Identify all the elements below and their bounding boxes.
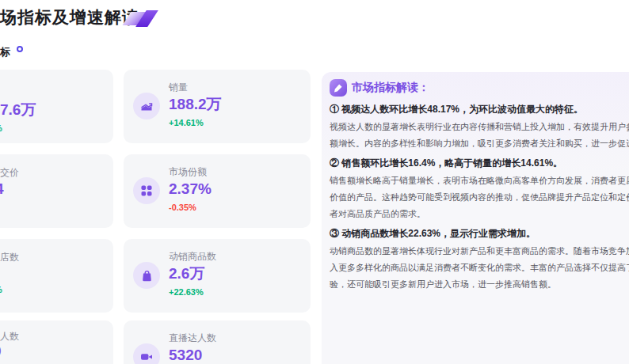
metric-label: 销量 <box>169 82 222 93</box>
insight-heading: ② 销售额环比增长16.4%，略高于销量的增长14.61%。 <box>330 155 629 171</box>
trend-chart-icon <box>133 93 160 119</box>
insight-text: 额增长。内容的多样性和影响力增加，吸引更多消费者关注和购买，进一步促进 <box>330 135 629 152</box>
metric-value: 7.6万 <box>0 100 36 120</box>
metric-value: 2.37% <box>169 179 212 199</box>
metric-label: 交价 <box>0 166 19 180</box>
pen-icon <box>330 79 347 97</box>
metric-value: 188.2万 <box>169 94 222 115</box>
insight-section: ① 视频达人数环比增长48.17%，为环比波动值最大的特征。 视频达人数的显著增… <box>330 101 629 152</box>
metric-value: 5320 <box>169 345 216 364</box>
metric-card[interactable]: 市场份额 2.37% -0.35% <box>124 154 311 228</box>
metric-card[interactable]: 交价 4 <box>0 154 113 228</box>
metric-card[interactable]: 人数 0 <box>0 320 113 364</box>
metric-label: 人数 <box>0 330 19 343</box>
insight-heading: ③ 动销商品数增长22.63%，显示行业需求增加。 <box>330 226 629 241</box>
page-title: 场指标及增速解读 <box>0 6 139 28</box>
insight-text: 动销商品数的显著增长体现行业对新产品和更丰富商品的需求。随着市场竞争加 <box>330 243 629 260</box>
grid-icon <box>133 177 160 204</box>
metric-value: 4 <box>0 180 4 198</box>
insight-text: 验，还可能吸引更多新用户进入市场，进一步推高销售额。 <box>330 276 629 293</box>
metric-value: 2.6万 <box>169 264 216 284</box>
insight-text: 价值的产品。这种趋势可能受到视频内容的推动，促使品牌提升产品定位和定价 <box>330 189 629 206</box>
metric-label: 动销商品数 <box>169 251 216 262</box>
metric-value: 0 <box>0 343 2 360</box>
insight-panel-title: 市场指标解读： <box>352 81 429 95</box>
metric-change: +14.61% <box>169 117 222 128</box>
section-label: 标 <box>0 46 10 58</box>
insight-text: 者对高品质产品的需求。 <box>330 206 629 222</box>
metric-change: % <box>0 123 2 133</box>
metric-card[interactable]: 店数 % <box>0 239 113 313</box>
video-camera-icon <box>133 343 160 364</box>
market-indicators-page: 场指标及增速解读 标 7.6万 % 交价 4 店数 % 人数 0 销量 188.… <box>0 0 629 364</box>
insight-text: 视频达人数的显著增长表明行业在内容传播和营销上投入增加，有效提升用户参 <box>330 119 629 135</box>
metric-change: +22.63% <box>169 286 216 298</box>
insight-heading: ① 视频达人数环比增长48.17%，为环比波动值最大的特征。 <box>330 101 629 117</box>
shopping-bag-icon <box>133 262 160 289</box>
metric-change: -0.35% <box>169 202 212 213</box>
metric-label: 店数 <box>0 251 19 264</box>
insight-section: ③ 动销商品数增长22.63%，显示行业需求增加。 动销商品数的显著增长体现行业… <box>330 226 629 293</box>
help-icon[interactable] <box>17 46 23 52</box>
insight-text: 销售额增长略高于销量增长，表明市场在略微向高客单价方向发展，消费者更愿 <box>330 173 629 189</box>
metric-card[interactable]: 销量 188.2万 +14.61% <box>124 70 311 143</box>
insight-panel: 市场指标解读： ① 视频达人数环比增长48.17%，为环比波动值最大的特征。 视… <box>322 72 629 364</box>
metric-card[interactable]: 动销商品数 2.6万 +22.63% <box>124 239 311 313</box>
metric-label: 市场份额 <box>169 166 212 177</box>
insight-section: ② 销售额环比增长16.4%，略高于销量的增长14.61%。 销售额增长略高于销… <box>330 155 629 222</box>
metric-label: 直播达人数 <box>169 332 216 343</box>
metric-card[interactable]: 直播达人数 5320 <box>124 320 311 364</box>
section-header: 标 <box>0 44 10 59</box>
insight-panel-header: 市场指标解读： <box>330 79 629 97</box>
metric-change: % <box>0 285 2 294</box>
metric-card[interactable]: 7.6万 % <box>0 70 113 143</box>
insight-text: 入更多多样化的商品以满足消费者不断变化的需求。丰富的产品选择不仅提高了 <box>330 260 629 276</box>
